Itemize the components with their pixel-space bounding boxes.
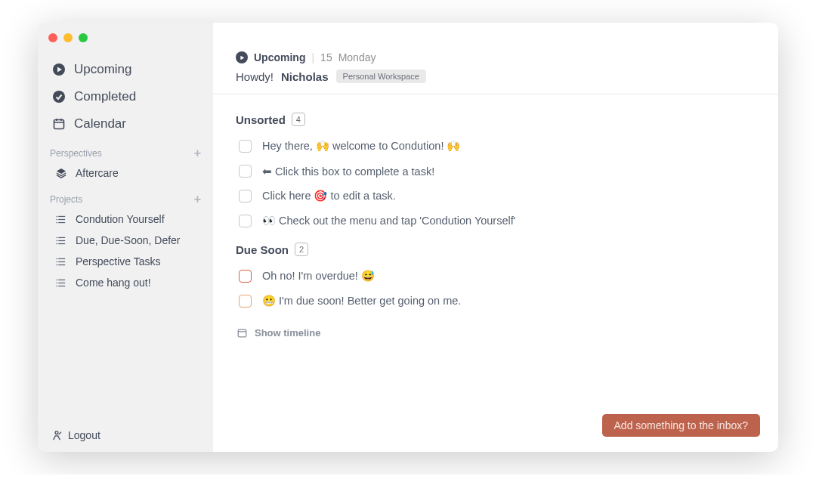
maximize-window-button[interactable] (79, 33, 88, 42)
greeting-row: Howdy! Nicholas Personal Workspace (236, 70, 756, 83)
svg-point-11 (56, 215, 57, 217)
task-row[interactable]: 😬 I'm due soon! Better get going on me. (236, 289, 756, 314)
list-icon (56, 236, 70, 246)
layers-icon (56, 168, 70, 178)
calendar-icon (237, 328, 247, 338)
group-count: 2 (295, 243, 308, 256)
task-text: Hey there, 🙌 welcome to Condution! 🙌 (262, 140, 460, 153)
projects-header: Projects + (38, 188, 213, 209)
task-text: Oh no! I'm overdue! 😅 (262, 270, 375, 283)
list-icon (56, 215, 70, 224)
breadcrumb-title: Upcoming (254, 51, 305, 63)
task-row[interactable]: Oh no! I'm overdue! 😅 (236, 264, 756, 289)
svg-point-13 (56, 221, 57, 223)
project-label: Come hang out! (76, 277, 151, 289)
section-title: Projects (50, 194, 82, 205)
task-row[interactable]: ⬅ Click this box to complete a task! (236, 159, 756, 184)
project-label: Perspective Tasks (76, 255, 161, 267)
group-header-duesoon: Due Soon 2 (236, 243, 756, 256)
project-item[interactable]: Perspective Tasks (38, 251, 213, 272)
group-title: Due Soon (236, 243, 289, 256)
svg-point-18 (56, 240, 57, 241)
task-row[interactable]: 👀 Check out the menu and tap 'Condution … (236, 209, 756, 233)
project-item[interactable]: Come hang out! (38, 272, 213, 293)
add-project-button[interactable]: + (194, 193, 201, 206)
svg-marker-7 (57, 169, 66, 174)
play-circle-icon (51, 63, 66, 76)
nav-label: Calendar (74, 116, 126, 131)
perspective-aftercare[interactable]: Aftercare (38, 162, 213, 184)
timeline-label: Show timeline (255, 327, 320, 339)
logout-label: Logout (68, 429, 100, 441)
nav-label: Upcoming (74, 62, 132, 77)
svg-point-23 (56, 258, 57, 259)
date-day: Monday (338, 51, 376, 63)
greeting-text: Howdy! (236, 70, 274, 83)
svg-rect-3 (54, 120, 64, 129)
workspace-badge[interactable]: Personal Workspace (336, 70, 426, 83)
task-checkbox[interactable] (239, 165, 252, 178)
svg-point-24 (56, 261, 57, 262)
task-checkbox-duesoon[interactable] (239, 295, 252, 308)
greeting-name: Nicholas (281, 70, 329, 83)
group-title: Unsorted (236, 113, 286, 126)
svg-point-30 (56, 282, 57, 283)
svg-point-2 (53, 91, 65, 103)
header: Upcoming | 15 Monday Howdy! Nicholas Per… (213, 23, 778, 94)
perspectives-header: Perspectives + (38, 142, 213, 162)
app-window: Upcoming Completed Calendar Perspectives… (38, 23, 778, 452)
group-header-unsorted: Unsorted 4 (236, 113, 756, 126)
task-checkbox[interactable] (239, 190, 252, 203)
task-checkbox[interactable] (239, 215, 252, 227)
group-count: 4 (292, 113, 305, 126)
svg-point-19 (56, 243, 57, 244)
logout-button[interactable]: Logout (38, 419, 213, 452)
task-row[interactable]: Click here 🎯 to edit a task. (236, 184, 756, 209)
nav-upcoming[interactable]: Upcoming (38, 56, 213, 83)
project-item[interactable]: Condution Yourself (38, 209, 213, 230)
project-label: Condution Yourself (76, 213, 165, 225)
list-icon (56, 278, 70, 288)
close-window-button[interactable] (48, 33, 57, 42)
project-label: Due, Due-Soon, Defer (76, 234, 181, 246)
breadcrumb-separator: | (311, 51, 314, 63)
svg-point-31 (56, 285, 57, 286)
add-to-inbox-input[interactable]: Add something to the inbox? (602, 414, 760, 437)
task-checkbox-overdue[interactable] (239, 270, 252, 283)
show-timeline-button[interactable]: Show timeline (236, 314, 756, 352)
play-circle-icon (236, 51, 248, 63)
svg-point-29 (56, 279, 57, 280)
window-controls (48, 33, 88, 42)
list-icon (56, 257, 70, 267)
svg-point-17 (56, 237, 57, 238)
check-circle-icon (51, 91, 66, 103)
sidebar: Upcoming Completed Calendar Perspectives… (38, 23, 213, 452)
calendar-icon (51, 118, 66, 130)
nav-label: Completed (74, 89, 136, 104)
breadcrumb: Upcoming | 15 Monday (236, 51, 756, 63)
svg-rect-35 (238, 329, 246, 337)
section-title: Perspectives (50, 148, 102, 159)
logout-icon (51, 430, 62, 441)
nav-completed[interactable]: Completed (38, 83, 213, 110)
task-checkbox[interactable] (239, 140, 252, 153)
date-number: 15 (320, 51, 332, 63)
add-perspective-button[interactable]: + (194, 147, 201, 160)
svg-marker-34 (240, 55, 244, 60)
svg-point-12 (56, 218, 57, 220)
task-text: ⬅ Click this box to complete a task! (262, 165, 434, 178)
task-row[interactable]: Hey there, 🙌 welcome to Condution! 🙌 (236, 134, 756, 159)
svg-point-25 (56, 264, 57, 265)
task-text: Click here 🎯 to edit a task. (262, 190, 396, 203)
minimize-window-button[interactable] (63, 33, 73, 42)
project-item[interactable]: Due, Due-Soon, Defer (38, 230, 213, 251)
nav-calendar[interactable]: Calendar (38, 110, 213, 138)
svg-line-33 (59, 432, 62, 435)
main-panel: Upcoming | 15 Monday Howdy! Nicholas Per… (213, 23, 778, 452)
task-text: 👀 Check out the menu and tap 'Condution … (262, 215, 516, 227)
task-text: 😬 I'm due soon! Better get going on me. (262, 295, 461, 308)
svg-point-32 (55, 431, 58, 434)
perspective-label: Aftercare (76, 167, 119, 179)
content-area: Unsorted 4 Hey there, 🙌 welcome to Condu… (213, 94, 778, 452)
